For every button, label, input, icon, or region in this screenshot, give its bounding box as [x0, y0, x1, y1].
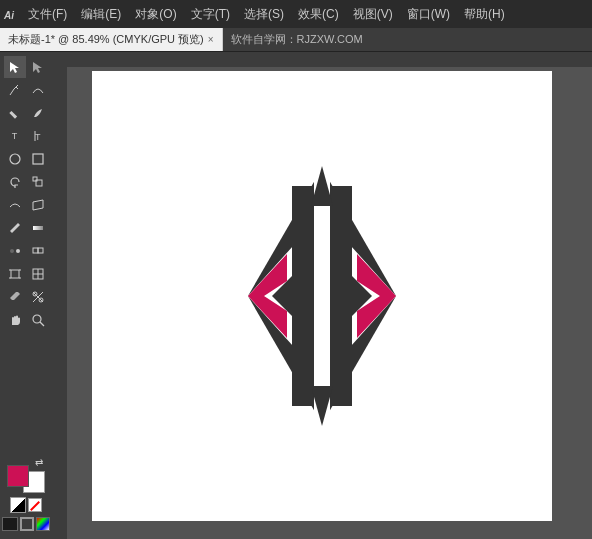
- artboard-tool[interactable]: [4, 263, 26, 285]
- tool-row-eraser: [4, 286, 49, 308]
- tool-row-arrow: [4, 56, 49, 78]
- document-tab[interactable]: 未标题-1* @ 85.49% (CMYK/GPU 预览) ×: [0, 28, 223, 51]
- warp-tool[interactable]: [4, 194, 26, 216]
- left-toolbar: T T: [0, 52, 52, 539]
- svg-rect-10: [33, 226, 43, 230]
- svg-rect-13: [33, 248, 38, 253]
- svg-marker-9: [33, 200, 43, 210]
- main-area: T T: [0, 52, 592, 539]
- brush-tool[interactable]: [27, 102, 49, 124]
- tool-row-transform: [4, 171, 49, 193]
- tool-row-type: T T: [4, 125, 49, 147]
- blend-tool[interactable]: [4, 240, 26, 262]
- zoom-tool[interactable]: [27, 309, 49, 331]
- svg-point-5: [10, 154, 20, 164]
- svg-marker-0: [10, 62, 19, 73]
- logo-artwork: [172, 136, 472, 456]
- direct-select-tool[interactable]: [27, 56, 49, 78]
- swap-colors-button[interactable]: ⇄: [35, 457, 47, 469]
- svg-point-11: [10, 249, 14, 253]
- foreground-color-swatch[interactable]: [7, 465, 29, 487]
- app-logo: Ai: [4, 5, 14, 23]
- tab-label: 未标题-1* @ 85.49% (CMYK/GPU 预览): [8, 32, 204, 47]
- slice-tool[interactable]: [27, 263, 49, 285]
- type-tool[interactable]: T: [4, 125, 26, 147]
- ruler-corner: [52, 52, 67, 67]
- none-color-button[interactable]: [28, 498, 42, 512]
- menu-view[interactable]: 视图(V): [347, 4, 399, 25]
- tool-row-blend: [4, 240, 49, 262]
- symbol-tool[interactable]: [27, 240, 49, 262]
- scale-tool[interactable]: [27, 171, 49, 193]
- pen-tool[interactable]: [4, 79, 26, 101]
- svg-rect-44: [292, 186, 314, 406]
- svg-rect-6: [33, 154, 43, 164]
- small-swatches-row: [10, 497, 42, 513]
- fill-mode-button[interactable]: [2, 517, 18, 531]
- vertical-ruler: [52, 52, 67, 539]
- default-colors-button[interactable]: [10, 497, 26, 513]
- svg-marker-1: [33, 62, 42, 73]
- document-canvas: [92, 71, 552, 521]
- svg-rect-14: [38, 248, 43, 253]
- vertical-type-tool[interactable]: T: [27, 125, 49, 147]
- menu-edit[interactable]: 编辑(E): [75, 4, 127, 25]
- svg-rect-2: [9, 111, 17, 119]
- svg-rect-15: [11, 270, 19, 278]
- menu-object[interactable]: 对象(O): [129, 4, 182, 25]
- svg-rect-41: [314, 168, 330, 424]
- ellipse-tool[interactable]: [4, 148, 26, 170]
- svg-line-28: [40, 322, 44, 326]
- color-mode-row: [2, 517, 50, 531]
- tool-row-pen: [4, 79, 49, 101]
- menu-help[interactable]: 帮助(H): [458, 4, 511, 25]
- horizontal-ruler: [52, 52, 592, 67]
- tab-extra-text: 软件自学网：RJZXW.COM: [231, 32, 363, 47]
- rectangle-tool[interactable]: [27, 148, 49, 170]
- eyedropper-tool[interactable]: [4, 217, 26, 239]
- canvas-area: [52, 52, 592, 539]
- menu-file[interactable]: 文件(F): [22, 4, 73, 25]
- tool-row-zoom: [4, 309, 49, 331]
- type-icon: T: [12, 132, 18, 141]
- logo-text: Ai: [4, 10, 14, 21]
- color-section: ⇄: [0, 453, 52, 535]
- scissors-tool[interactable]: [27, 286, 49, 308]
- svg-rect-45: [330, 186, 352, 406]
- menu-text[interactable]: 文字(T): [185, 4, 236, 25]
- tool-row-eye: [4, 217, 49, 239]
- stroke-mode-button[interactable]: [20, 517, 34, 531]
- menu-window[interactable]: 窗口(W): [401, 4, 456, 25]
- tool-row-shape: [4, 148, 49, 170]
- menu-bar: Ai 文件(F) 编辑(E) 对象(O) 文字(T) 选择(S) 效果(C) 视…: [0, 0, 592, 28]
- pencil-tool[interactable]: [4, 102, 26, 124]
- eraser-tool[interactable]: [4, 286, 26, 308]
- menu-items: 文件(F) 编辑(E) 对象(O) 文字(T) 选择(S) 效果(C) 视图(V…: [22, 4, 511, 25]
- free-transform-tool[interactable]: [27, 194, 49, 216]
- color-swatches-container: ⇄: [5, 457, 47, 495]
- svg-text:T: T: [35, 132, 41, 142]
- gradient-mode-button[interactable]: [36, 517, 50, 531]
- tool-row-pencil: [4, 102, 49, 124]
- menu-effect[interactable]: 效果(C): [292, 4, 345, 25]
- tool-row-warp: [4, 194, 49, 216]
- svg-point-12: [16, 249, 20, 253]
- rotate-tool[interactable]: [4, 171, 26, 193]
- svg-point-27: [33, 315, 41, 323]
- menu-select[interactable]: 选择(S): [238, 4, 290, 25]
- tool-row-artboard: [4, 263, 49, 285]
- tab-close-button[interactable]: ×: [208, 34, 214, 45]
- curvature-tool[interactable]: [27, 79, 49, 101]
- tab-bar: 未标题-1* @ 85.49% (CMYK/GPU 预览) × 软件自学网：RJ…: [0, 28, 592, 52]
- selection-tool[interactable]: [4, 56, 26, 78]
- gradient-tool[interactable]: [27, 217, 49, 239]
- hand-tool[interactable]: [4, 309, 26, 331]
